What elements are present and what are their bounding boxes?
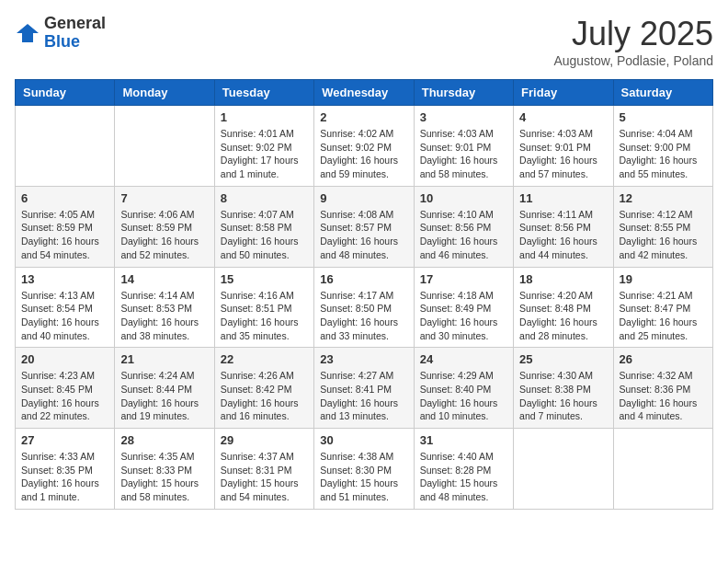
weekday-header-thursday: Thursday [414,80,513,106]
day-number: 11 [519,191,607,205]
calendar-cell: 19Sunrise: 4:21 AM Sunset: 8:47 PM Dayli… [613,267,712,348]
day-number: 27 [21,433,108,447]
calendar-cell: 14Sunrise: 4:14 AM Sunset: 8:53 PM Dayli… [115,267,214,348]
day-info: Sunrise: 4:01 AM Sunset: 9:02 PM Dayligh… [221,127,308,181]
day-number: 5 [620,110,707,124]
calendar-cell: 5Sunrise: 4:04 AM Sunset: 9:00 PM Daylig… [613,106,712,187]
calendar-week-row: 20Sunrise: 4:23 AM Sunset: 8:45 PM Dayli… [16,348,713,429]
calendar-cell: 23Sunrise: 4:27 AM Sunset: 8:41 PM Dayli… [314,348,414,429]
logo: General Blue [15,15,106,52]
day-number: 20 [21,352,108,366]
calendar-cell: 24Sunrise: 4:29 AM Sunset: 8:40 PM Dayli… [414,348,513,429]
calendar-cell: 2Sunrise: 4:02 AM Sunset: 9:02 PM Daylig… [314,106,414,187]
day-info: Sunrise: 4:04 AM Sunset: 9:00 PM Dayligh… [620,127,707,181]
calendar-cell: 9Sunrise: 4:08 AM Sunset: 8:57 PM Daylig… [314,186,414,267]
calendar-cell [16,106,115,187]
calendar-cell: 8Sunrise: 4:07 AM Sunset: 8:58 PM Daylig… [214,186,313,267]
calendar-cell [613,429,712,510]
calendar-cell [115,106,214,187]
day-number: 13 [21,272,108,286]
day-number: 23 [320,352,407,366]
calendar-cell: 27Sunrise: 4:33 AM Sunset: 8:35 PM Dayli… [16,429,115,510]
weekday-header-wednesday: Wednesday [314,80,414,106]
weekday-header-monday: Monday [115,80,214,106]
month-title: July 2025 [553,15,713,53]
day-number: 1 [221,110,308,124]
day-info: Sunrise: 4:08 AM Sunset: 8:57 PM Dayligh… [320,208,407,262]
calendar-cell: 4Sunrise: 4:03 AM Sunset: 9:01 PM Daylig… [514,106,613,187]
day-number: 18 [519,272,607,286]
day-number: 14 [120,272,208,286]
calendar-cell: 31Sunrise: 4:40 AM Sunset: 8:28 PM Dayli… [414,429,513,510]
calendar-cell: 3Sunrise: 4:03 AM Sunset: 9:01 PM Daylig… [414,106,513,187]
calendar-cell: 29Sunrise: 4:37 AM Sunset: 8:31 PM Dayli… [214,429,313,510]
day-number: 28 [120,433,208,447]
weekday-header-sunday: Sunday [16,80,115,106]
day-info: Sunrise: 4:21 AM Sunset: 8:47 PM Dayligh… [620,289,707,343]
day-info: Sunrise: 4:18 AM Sunset: 8:49 PM Dayligh… [420,289,507,343]
day-info: Sunrise: 4:30 AM Sunset: 8:38 PM Dayligh… [519,369,607,423]
day-number: 29 [221,433,308,447]
day-number: 7 [120,191,208,205]
day-number: 15 [221,272,308,286]
day-info: Sunrise: 4:33 AM Sunset: 8:35 PM Dayligh… [21,450,108,504]
calendar-week-row: 13Sunrise: 4:13 AM Sunset: 8:54 PM Dayli… [16,267,713,348]
calendar-cell: 22Sunrise: 4:26 AM Sunset: 8:42 PM Dayli… [214,348,313,429]
calendar-week-row: 6Sunrise: 4:05 AM Sunset: 8:59 PM Daylig… [16,186,713,267]
logo-general-text: General [44,15,106,33]
calendar-cell: 21Sunrise: 4:24 AM Sunset: 8:44 PM Dayli… [115,348,214,429]
calendar-week-row: 27Sunrise: 4:33 AM Sunset: 8:35 PM Dayli… [16,429,713,510]
day-info: Sunrise: 4:38 AM Sunset: 8:30 PM Dayligh… [320,450,407,504]
day-info: Sunrise: 4:26 AM Sunset: 8:42 PM Dayligh… [221,369,308,423]
day-info: Sunrise: 4:29 AM Sunset: 8:40 PM Dayligh… [420,369,507,423]
calendar-cell: 30Sunrise: 4:38 AM Sunset: 8:30 PM Dayli… [314,429,414,510]
day-info: Sunrise: 4:06 AM Sunset: 8:59 PM Dayligh… [120,208,208,262]
day-info: Sunrise: 4:03 AM Sunset: 9:01 PM Dayligh… [420,127,507,181]
logo-blue-text: Blue [44,33,106,52]
calendar-cell: 15Sunrise: 4:16 AM Sunset: 8:51 PM Dayli… [214,267,313,348]
day-info: Sunrise: 4:07 AM Sunset: 8:58 PM Dayligh… [221,208,308,262]
calendar-cell: 16Sunrise: 4:17 AM Sunset: 8:50 PM Dayli… [314,267,414,348]
weekday-header-saturday: Saturday [613,80,712,106]
day-info: Sunrise: 4:40 AM Sunset: 8:28 PM Dayligh… [420,450,507,504]
day-info: Sunrise: 4:13 AM Sunset: 8:54 PM Dayligh… [21,289,108,343]
location-title: Augustow, Podlasie, Poland [553,53,713,68]
weekday-header-friday: Friday [514,80,613,106]
day-info: Sunrise: 4:03 AM Sunset: 9:01 PM Dayligh… [519,127,607,181]
calendar-cell: 13Sunrise: 4:13 AM Sunset: 8:54 PM Dayli… [16,267,115,348]
day-info: Sunrise: 4:10 AM Sunset: 8:56 PM Dayligh… [420,208,507,262]
calendar-cell [514,429,613,510]
day-number: 17 [420,272,507,286]
calendar-cell: 18Sunrise: 4:20 AM Sunset: 8:48 PM Dayli… [514,267,613,348]
day-info: Sunrise: 4:32 AM Sunset: 8:36 PM Dayligh… [620,369,707,423]
calendar-cell: 6Sunrise: 4:05 AM Sunset: 8:59 PM Daylig… [16,186,115,267]
page-header: General Blue July 2025 Augustow, Podlasi… [15,15,713,68]
day-number: 25 [519,352,607,366]
day-number: 22 [221,352,308,366]
day-info: Sunrise: 4:23 AM Sunset: 8:45 PM Dayligh… [21,369,108,423]
svg-marker-0 [17,24,39,42]
weekday-header-tuesday: Tuesday [214,80,313,106]
calendar-cell: 26Sunrise: 4:32 AM Sunset: 8:36 PM Dayli… [613,348,712,429]
day-info: Sunrise: 4:02 AM Sunset: 9:02 PM Dayligh… [320,127,407,181]
calendar-cell: 28Sunrise: 4:35 AM Sunset: 8:33 PM Dayli… [115,429,214,510]
day-info: Sunrise: 4:11 AM Sunset: 8:56 PM Dayligh… [519,208,607,262]
day-number: 3 [420,110,507,124]
day-number: 19 [620,272,707,286]
logo-icon [15,20,40,46]
calendar-cell: 11Sunrise: 4:11 AM Sunset: 8:56 PM Dayli… [514,186,613,267]
day-number: 16 [320,272,407,286]
day-number: 21 [120,352,208,366]
day-info: Sunrise: 4:12 AM Sunset: 8:55 PM Dayligh… [620,208,707,262]
day-info: Sunrise: 4:20 AM Sunset: 8:48 PM Dayligh… [519,289,607,343]
day-number: 8 [221,191,308,205]
calendar-week-row: 1Sunrise: 4:01 AM Sunset: 9:02 PM Daylig… [16,106,713,187]
calendar-cell: 1Sunrise: 4:01 AM Sunset: 9:02 PM Daylig… [214,106,313,187]
day-info: Sunrise: 4:27 AM Sunset: 8:41 PM Dayligh… [320,369,407,423]
calendar-cell: 25Sunrise: 4:30 AM Sunset: 8:38 PM Dayli… [514,348,613,429]
day-number: 26 [620,352,707,366]
calendar-table: SundayMondayTuesdayWednesdayThursdayFrid… [15,79,713,510]
day-number: 4 [519,110,607,124]
day-info: Sunrise: 4:37 AM Sunset: 8:31 PM Dayligh… [221,450,308,504]
calendar-cell: 17Sunrise: 4:18 AM Sunset: 8:49 PM Dayli… [414,267,513,348]
